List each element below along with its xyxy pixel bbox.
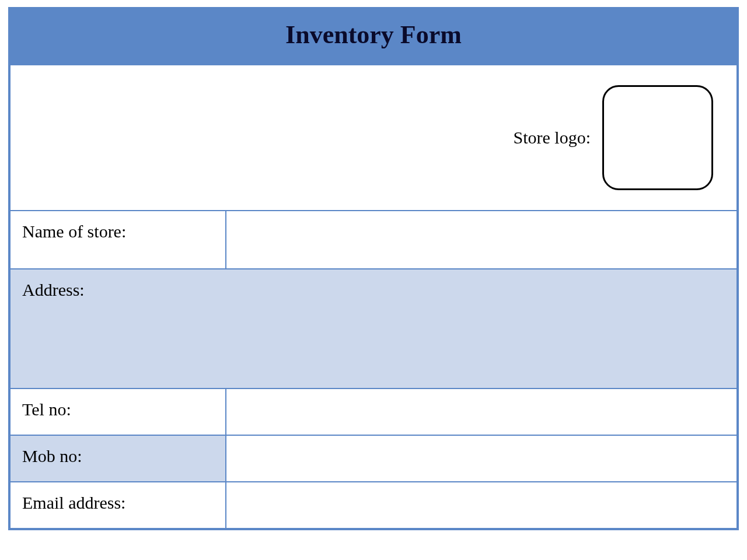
address-field[interactable]: Address: (10, 269, 737, 388)
email-address-row: Email address: (10, 482, 737, 528)
store-logo-placeholder[interactable] (602, 85, 713, 190)
email-address-field[interactable] (226, 482, 737, 528)
tel-no-field[interactable] (226, 388, 737, 435)
name-of-store-field[interactable] (226, 211, 737, 269)
mob-no-field[interactable] (226, 435, 737, 482)
form-title: Inventory Form (11, 20, 736, 50)
logo-wrap: Store logo: (22, 83, 713, 192)
address-label: Address: (22, 280, 85, 299)
title-row: Inventory Form (10, 9, 737, 65)
inventory-form-table: Inventory Form Store logo: Name of store… (8, 7, 739, 530)
logo-row: Store logo: (10, 65, 737, 211)
mob-no-row: Mob no: (10, 435, 737, 482)
mob-no-label: Mob no: (10, 435, 226, 482)
name-of-store-row: Name of store: (10, 211, 737, 269)
tel-no-label: Tel no: (10, 388, 226, 435)
store-logo-label: Store logo: (514, 128, 591, 148)
address-row: Address: (10, 269, 737, 388)
email-address-label: Email address: (10, 482, 226, 528)
tel-no-row: Tel no: (10, 388, 737, 435)
name-of-store-label: Name of store: (10, 211, 226, 269)
